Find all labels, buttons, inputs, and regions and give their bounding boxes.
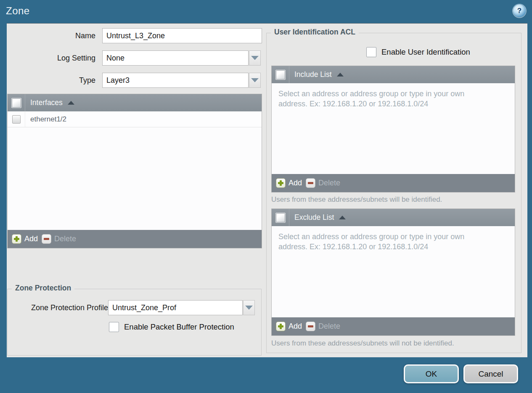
packet-buffer-protection-checkbox[interactable] [109,322,119,332]
chevron-down-icon [251,78,259,82]
name-label: Name [7,28,95,43]
zone-protection-legend: Zone Protection [12,284,74,293]
exclude-select-all-checkbox[interactable] [275,213,286,223]
enable-user-identification-label: Enable User Identification [381,47,470,57]
zone-dialog: Zone ? Name Log Setting Type Interfaces [0,0,532,393]
zone-protection-profile-dropdown-button[interactable] [243,300,255,315]
exclude-list-placeholder: Select an address or address group or ty… [272,226,499,258]
interfaces-table-body: ethernet1/2 [8,111,262,230]
interface-name: ethernet1/2 [25,115,66,124]
include-list-toolbar: Add Delete [272,174,515,192]
add-icon [276,322,286,331]
ok-button[interactable]: OK [404,364,459,383]
zone-protection-profile-input[interactable] [108,300,243,315]
packet-buffer-protection-label: Enable Packet Buffer Protection [124,322,234,332]
log-setting-input[interactable] [102,50,249,66]
interfaces-delete-button[interactable]: Delete [42,234,76,244]
exclude-list-toolbar: Add Delete [272,317,515,335]
log-setting-dropdown-button[interactable] [249,50,261,66]
dialog-titlebar: Zone ? [0,0,532,23]
include-delete-button[interactable]: Delete [306,178,340,188]
exclude-list-header[interactable]: Exclude List [272,209,515,226]
include-list-header[interactable]: Include List [272,66,515,83]
type-input[interactable] [102,73,249,88]
include-list-placeholder: Select an address or address group or ty… [272,83,499,115]
help-icon[interactable]: ? [513,5,526,17]
include-list-body: Select an address or address group or ty… [272,83,515,174]
include-select-all-cell [272,66,289,83]
exclude-list-table: Exclude List Select an address or addres… [271,208,515,336]
interface-row-checkbox[interactable] [12,115,21,124]
add-icon [12,234,21,244]
enable-user-identification-checkbox[interactable] [366,47,376,57]
dialog-title: Zone [6,0,30,23]
interfaces-toolbar: Add Delete [8,230,262,248]
exclude-list-body: Select an address or address group or ty… [272,226,515,317]
delete-icon [42,234,51,244]
exclude-select-all-cell [272,209,289,226]
delete-icon [306,178,315,188]
include-list-table: Include List Select an address or addres… [271,66,515,193]
type-label: Type [7,73,95,88]
user-identification-acl-legend: User Identification ACL [271,28,359,37]
interfaces-add-button[interactable]: Add [12,234,38,244]
name-input[interactable] [102,28,262,43]
interfaces-column-header: Interfaces [25,98,63,107]
table-row[interactable]: ethernet1/2 [8,111,262,127]
exclude-add-button[interactable]: Add [276,322,302,331]
add-icon [276,178,286,188]
chevron-down-icon [245,306,253,310]
row-checkbox-cell [8,111,25,127]
exclude-list-column-header: Exclude List [289,213,334,222]
sort-ascending-icon [339,216,346,219]
include-select-all-checkbox[interactable] [275,70,286,80]
exclude-delete-button[interactable]: Delete [306,322,340,331]
delete-icon [306,322,315,331]
interfaces-table: Interfaces ethernet1/2 Add Dele [7,94,262,248]
type-dropdown-button[interactable] [249,73,261,88]
dialog-body: Name Log Setting Type Interfaces [7,23,527,357]
interfaces-table-header[interactable]: Interfaces [8,94,262,111]
zone-protection-profile-label: Zone Protection Profile [11,300,108,315]
sort-ascending-icon [68,101,74,105]
include-list-caption: Users from these addresses/subnets will … [271,195,442,204]
exclude-list-caption: Users from these addresses/subnets will … [271,339,454,348]
include-add-button[interactable]: Add [276,178,302,188]
chevron-down-icon [251,56,259,60]
log-setting-label: Log Setting [7,50,95,66]
interfaces-select-all-checkbox[interactable] [11,98,21,108]
include-list-column-header: Include List [289,70,332,79]
cancel-button[interactable]: Cancel [463,364,518,383]
interfaces-select-all-cell [8,94,25,111]
sort-ascending-icon [337,73,344,76]
